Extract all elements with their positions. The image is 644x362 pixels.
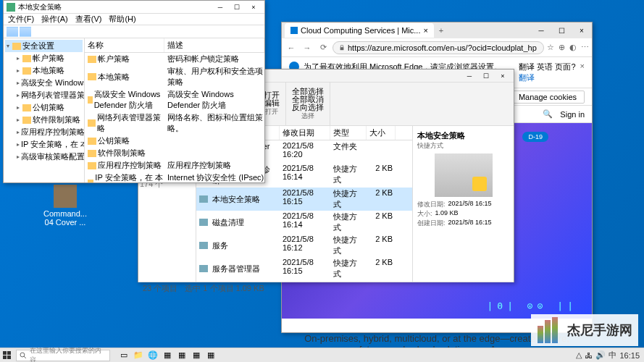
windows-icon [3, 351, 12, 360]
file-row[interactable]: 磁盘清理2021/5/8 16:14快捷方式2 KB [196, 211, 412, 234]
desktop-icon[interactable]: Command... 04 Cover ... [43, 185, 87, 227]
tab-title: Cloud Computing Services | Mic... [301, 26, 420, 35]
minimize-button[interactable]: ─ [212, 2, 228, 12]
ribbon-item[interactable]: 全部取消 [292, 96, 324, 104]
svg-rect-0 [340, 47, 344, 50]
edge-icon[interactable]: 🌐 [146, 350, 159, 361]
file-row[interactable]: 本地安全策略2021/5/8 16:15快捷方式2 KB [196, 188, 412, 211]
list-row[interactable]: 本地策略审核、用户权利和安全选项策略 [85, 65, 264, 88]
ribbon-item[interactable]: 反向选择 [292, 104, 324, 111]
minimize-button[interactable]: ─ [531, 23, 551, 38]
forward-icon[interactable] [20, 27, 31, 37]
system-tray[interactable]: △ 🖧 🔊 中 16:15 [576, 350, 644, 361]
sound-icon[interactable]: 🔊 [595, 350, 606, 360]
tree-item[interactable]: ▸帐户策略 [15, 52, 83, 64]
back-button[interactable]: ← [285, 41, 298, 54]
search-placeholder: 在这里输入你要搜索的内容 [30, 346, 106, 363]
address-bar[interactable]: https://azure.microsoft.com/en-us/?ocid=… [333, 41, 544, 54]
ime-icon[interactable]: 中 [609, 350, 616, 361]
close-icon[interactable]: × [580, 62, 585, 70]
collections-icon[interactable]: ⊕ [559, 43, 565, 52]
tree-item[interactable]: ▸公钥策略 [15, 101, 83, 114]
translate-link[interactable]: 翻译 [519, 72, 575, 83]
ribbon-item[interactable]: 编辑 [264, 99, 280, 107]
list-row[interactable]: 公钥策略 [85, 135, 264, 147]
list-row[interactable]: 网络列表管理器策略网络名称、图标和位置组策略。 [85, 111, 264, 135]
toolbar-icons: ☆ ⊕ ◐ ⋯ [547, 43, 589, 52]
taskbar-search[interactable]: 在这里输入你要搜索的内容 [16, 350, 110, 361]
network-icon[interactable]: 🖧 [585, 351, 593, 360]
signin-link[interactable]: Sign in [560, 110, 585, 119]
cookies-button[interactable]: Manage cookies [511, 90, 585, 104]
tree-item[interactable]: ▸应用程序控制策略 [15, 126, 83, 138]
file-row[interactable]: 高级安全 Windows Defender 防火墙2021/5/8 16:14快… [196, 280, 412, 282]
minimize-button[interactable]: ─ [461, 71, 477, 81]
carousel-controls[interactable]: |0| ⊙⊙ || [488, 300, 577, 311]
list-row[interactable]: 高级安全 Windows Defender 防火墙高级安全 Windows De… [85, 88, 264, 111]
menu-bar: 文件(F) 操作(A) 查看(V) 帮助(H) [4, 14, 264, 25]
list-row[interactable]: IP 安全策略，在 本地计算机Internet 协议安全性 (IPsec) 管理… [85, 172, 264, 182]
list-row[interactable]: 软件限制策略 [85, 147, 264, 159]
tree-item[interactable]: ▸软件限制策略 [15, 114, 83, 126]
profile-icon[interactable]: ◐ [569, 43, 577, 52]
refresh-button[interactable]: ⟳ [317, 41, 330, 54]
watermark-logo: 杰尼手游网 [531, 314, 638, 346]
menu-file[interactable]: 文件(F) [8, 14, 34, 25]
close-button[interactable]: × [572, 23, 592, 38]
menu-action[interactable]: 操作(A) [41, 14, 68, 25]
folder-icon [54, 185, 77, 208]
maximize-button[interactable]: ☐ [229, 2, 245, 12]
col-type[interactable]: 类型 [330, 126, 367, 140]
export-icon[interactable] [59, 27, 70, 37]
app-icon[interactable]: ▦ [175, 350, 188, 361]
start-button[interactable] [0, 348, 14, 363]
back-icon[interactable] [7, 27, 18, 37]
edge-titlebar: Cloud Computing Services | Mic... × + ─ … [282, 22, 592, 38]
col-desc[interactable]: 描述 [164, 38, 264, 52]
forward-button[interactable]: → [301, 41, 314, 54]
app-icon[interactable]: ▦ [190, 350, 203, 361]
url-text: https://azure.microsoft.com/en-us/?ocid=… [348, 43, 537, 52]
app-icon[interactable]: ▦ [204, 350, 217, 361]
explorer-icon[interactable]: 📁 [132, 350, 145, 361]
tree-item[interactable]: ▸高级安全 Windows Defender 防火墙 [15, 77, 83, 89]
maximize-button[interactable]: ☐ [478, 71, 494, 81]
maximize-button[interactable]: ☐ [551, 23, 572, 38]
app-icon[interactable]: ▦ [161, 350, 174, 361]
list-row[interactable]: 帐户策略密码和帐户锁定策略 [85, 53, 264, 65]
clock[interactable]: 16:15 [619, 351, 640, 360]
search-icon[interactable]: 🔍 [543, 109, 553, 119]
tab-close-icon[interactable]: × [423, 26, 427, 35]
col-date[interactable]: 修改日期 [280, 126, 330, 140]
covid-banner[interactable]: D-19 [522, 132, 548, 142]
detail-subtitle: 快捷方式 [417, 141, 509, 151]
mmc-tree[interactable]: ▾安全设置 ▸帐户策略▸本地策略▸高级安全 Windows Defender 防… [4, 38, 85, 182]
col-name[interactable]: 名称 [85, 38, 164, 52]
tree-item[interactable]: ▸网络列表管理器策略 [15, 89, 83, 101]
list-row[interactable]: 应用程序控制策略应用程序控制策略 [85, 159, 264, 172]
tree-item[interactable]: ▸IP 安全策略，在 本地计算机 [15, 138, 83, 151]
favorite-icon[interactable]: ☆ [547, 43, 554, 52]
ribbon-item[interactable]: 全部选择 [292, 88, 324, 96]
menu-icon[interactable]: ⋯ [581, 43, 589, 52]
close-button[interactable]: × [246, 2, 262, 12]
tree-item[interactable]: ▸本地策略 [15, 64, 83, 77]
col-size[interactable]: 大小 [367, 126, 396, 140]
tree-item[interactable]: ▸高级审核策略配置 [15, 151, 83, 163]
logo-text: 杰尼手游网 [567, 321, 632, 339]
close-button[interactable]: × [495, 71, 511, 81]
file-row[interactable]: 服务器管理器2021/5/8 16:15快捷方式2 KB [196, 257, 412, 280]
svg-rect-3 [3, 355, 7, 359]
mmc-list[interactable]: 名称 描述 帐户策略密码和帐户锁定策略本地策略审核、用户权利和安全选项策略高级安… [85, 38, 264, 182]
task-view-icon[interactable]: ▭ [117, 350, 130, 361]
help-icon[interactable] [72, 27, 83, 37]
browser-tab[interactable]: Cloud Computing Services | Mic... × [285, 23, 434, 38]
tree-root[interactable]: ▾安全设置 [5, 40, 83, 52]
menu-view[interactable]: 查看(V) [75, 14, 102, 25]
new-tab-button[interactable]: + [434, 26, 448, 35]
up-icon[interactable] [33, 27, 44, 37]
tray-icon[interactable]: △ [576, 350, 582, 360]
file-row[interactable]: 服务2021/5/8 16:12快捷方式2 KB [196, 234, 412, 257]
menu-help[interactable]: 帮助(H) [109, 14, 135, 25]
refresh-icon[interactable] [46, 27, 57, 37]
